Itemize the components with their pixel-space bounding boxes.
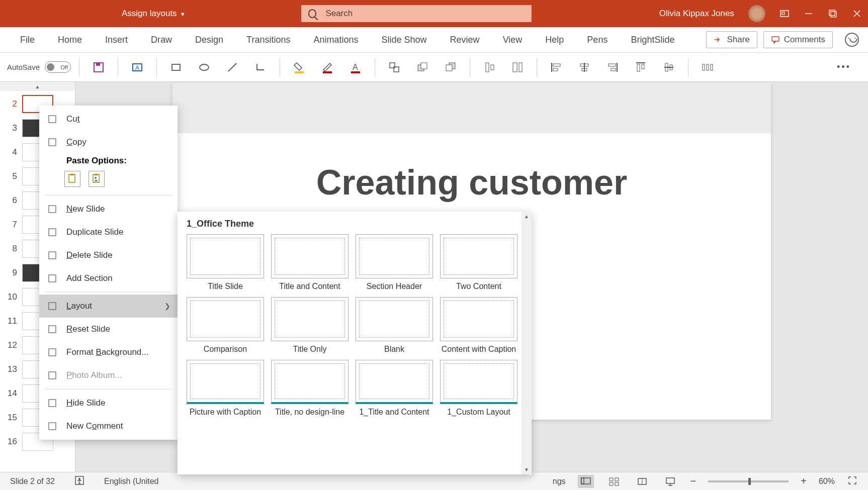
tab-slideshow[interactable]: Slide Show	[371, 27, 438, 52]
tab-design[interactable]: Design	[184, 27, 234, 52]
title-bar: Assign layouts▼ Olivia Kippax Jones	[0, 0, 868, 27]
search-box[interactable]	[301, 5, 532, 22]
ribbon-display-icon[interactable]	[779, 9, 790, 19]
reading-view-icon[interactable]	[634, 475, 650, 488]
layout-option-section-header[interactable]: Section Header	[354, 234, 435, 292]
notes-label-partial[interactable]: ngs	[553, 477, 566, 486]
layout-option-content-with-caption[interactable]: Content with Caption	[438, 297, 519, 355]
align-right-icon[interactable]	[601, 58, 624, 77]
share-button[interactable]: Share	[706, 31, 757, 48]
layout-option-1-custom-layout[interactable]: 1_Custom Layout	[438, 360, 519, 418]
close-icon[interactable]	[852, 9, 862, 19]
slideshow-view-icon[interactable]	[662, 475, 678, 488]
tab-draw[interactable]: Draw	[140, 27, 183, 52]
feedback-icon[interactable]	[845, 33, 859, 47]
tab-insert[interactable]: Insert	[94, 27, 139, 52]
scroll-up-icon[interactable]: ▲	[524, 214, 529, 219]
bring-forward-icon[interactable]	[411, 58, 433, 77]
distribute-h-icon[interactable]	[697, 58, 719, 77]
normal-view-icon[interactable]	[578, 475, 594, 488]
autosave-toggle[interactable]: AutoSave Off	[7, 61, 71, 73]
fill-color-icon[interactable]	[288, 58, 310, 77]
save-icon[interactable]	[88, 58, 110, 77]
search-input[interactable]	[325, 9, 524, 19]
resize-handle-icon[interactable]: ⋰	[529, 473, 535, 479]
language-label[interactable]: English (United	[104, 477, 159, 486]
menu-layout[interactable]: Layout❯	[39, 295, 178, 318]
menu-new-slide[interactable]: New Slide	[39, 198, 178, 221]
menu-cut[interactable]: Cut	[39, 108, 178, 131]
layout-option-picture-with-caption[interactable]: Picture with Caption	[185, 360, 266, 418]
font-color-icon[interactable]: A	[344, 58, 367, 77]
thumb-number: 4	[7, 147, 17, 157]
rectangle-icon[interactable]	[165, 58, 187, 77]
menu-duplicate-slide[interactable]: Duplicate Slide	[39, 221, 178, 244]
align-icon-2[interactable]	[506, 58, 529, 77]
svg-point-13	[200, 64, 209, 70]
menu-reset-slide[interactable]: Reset Slide	[39, 318, 178, 341]
align-top-icon[interactable]	[630, 58, 652, 77]
menu-copy[interactable]: Copy	[39, 131, 178, 154]
menu-format-background-[interactable]: Format Background...	[39, 341, 178, 364]
slide-counter[interactable]: Slide 2 of 32	[10, 477, 55, 486]
assign-layouts-dropdown[interactable]: Assign layouts▼	[122, 9, 186, 19]
zoom-in-button[interactable]: +	[801, 475, 807, 487]
menu-add-section[interactable]: Add Section	[39, 267, 178, 290]
tab-home[interactable]: Home	[47, 27, 93, 52]
comments-button[interactable]: Comments	[763, 31, 833, 48]
layout-option-comparison[interactable]: Comparison	[185, 297, 266, 355]
sorter-view-icon[interactable]	[606, 475, 622, 488]
avatar[interactable]	[748, 5, 765, 22]
zoom-level[interactable]: 60%	[819, 477, 835, 486]
scroll-up-icon[interactable]: ▲	[0, 82, 75, 91]
menu-hide-slide[interactable]: Hide Slide	[39, 391, 178, 415]
layout-flyout: 1_Office Theme Title SlideTitle and Cont…	[178, 212, 532, 474]
zoom-slider[interactable]	[708, 480, 789, 482]
send-backward-icon[interactable]	[440, 58, 462, 77]
svg-rect-40	[642, 64, 644, 69]
tab-animations[interactable]: Animations	[302, 27, 369, 52]
line-icon[interactable]	[221, 58, 243, 77]
layout-option-title-no-design-line[interactable]: Title, no design-line	[269, 360, 351, 418]
layout-thumb	[440, 360, 517, 404]
align-left-icon[interactable]	[545, 58, 567, 77]
maximize-icon[interactable]	[828, 9, 838, 19]
menu-delete-slide[interactable]: Delete Slide	[39, 244, 178, 267]
elbow-icon[interactable]	[249, 58, 272, 77]
tab-brightslide[interactable]: BrightSlide	[620, 27, 685, 52]
menu-new-comment[interactable]: New Comment	[39, 415, 178, 438]
paste-use-destination-icon[interactable]	[64, 171, 80, 187]
layout-option-title-slide[interactable]: Title Slide	[185, 234, 266, 292]
textbox-icon[interactable]: A	[126, 58, 148, 77]
oval-icon[interactable]	[193, 58, 215, 77]
flyout-scrollbar[interactable]: ▲▼	[522, 212, 532, 474]
user-name-label: Olivia Kippax Jones	[659, 9, 734, 19]
accessibility-icon[interactable]	[74, 475, 85, 488]
group-icon[interactable]	[383, 58, 405, 77]
align-center-icon[interactable]	[573, 58, 595, 77]
toggle-off[interactable]: Off	[45, 61, 71, 73]
minimize-icon[interactable]	[804, 9, 814, 19]
tab-help[interactable]: Help	[534, 27, 575, 52]
tab-transitions[interactable]: Transitions	[235, 27, 301, 52]
svg-text:A: A	[353, 63, 358, 71]
tab-view[interactable]: View	[492, 27, 534, 52]
layout-option-blank[interactable]: Blank	[354, 297, 435, 355]
align-icon-1[interactable]	[478, 58, 500, 77]
layout-option-two-content[interactable]: Two Content	[438, 234, 519, 292]
layout-option-title-only[interactable]: Title Only	[269, 297, 351, 355]
fit-to-window-icon[interactable]	[847, 475, 858, 488]
align-middle-icon[interactable]	[658, 58, 680, 77]
svg-rect-57	[49, 275, 56, 282]
zoom-out-button[interactable]: −	[690, 475, 697, 487]
layout-option-title-and-content[interactable]: Title and Content	[269, 234, 351, 292]
tab-file[interactable]: File	[9, 27, 46, 52]
outline-color-icon[interactable]	[316, 58, 338, 77]
tab-review[interactable]: Review	[439, 27, 491, 52]
layout-option-1-title-and-content[interactable]: 1_Title and Content	[354, 360, 435, 418]
scroll-down-icon[interactable]: ▼	[524, 467, 529, 472]
tab-pens[interactable]: Pens	[576, 27, 619, 52]
toolbar-overflow[interactable]: •••	[837, 62, 851, 72]
paste-picture-icon[interactable]	[89, 171, 105, 187]
menu-label: Hide Slide	[66, 398, 106, 408]
